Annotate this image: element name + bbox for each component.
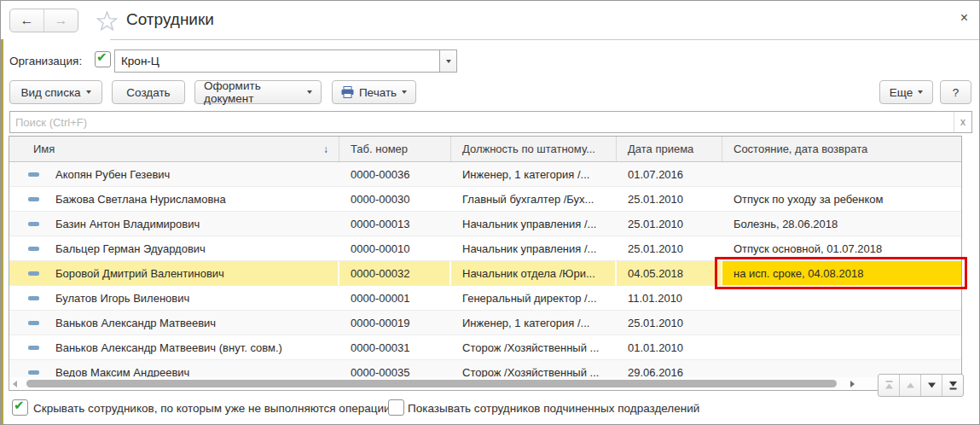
help-button[interactable]: ? bbox=[940, 80, 971, 104]
column-header[interactable]: Имя↓ bbox=[9, 137, 339, 161]
employee-position-cell[interactable]: Инженер, 1 категория /... bbox=[451, 311, 617, 335]
employee-number-cell[interactable]: 0000-00001 bbox=[339, 286, 451, 310]
print-button[interactable]: Печать bbox=[332, 80, 416, 104]
make-document-button[interactable]: Оформить документ bbox=[194, 80, 322, 104]
employee-position-cell[interactable]: Главный бухгалтер /Бух... bbox=[451, 187, 617, 211]
go-first-button[interactable] bbox=[879, 375, 899, 396]
employee-icon bbox=[28, 346, 39, 350]
scrollbar-thumb[interactable] bbox=[26, 380, 837, 387]
employee-position-cell[interactable]: Инженер, 1 категория /... bbox=[451, 162, 617, 186]
scroll-right-icon[interactable] bbox=[850, 381, 855, 387]
table-header-row: Имя↓Таб. номерДолжность по штатному...Да… bbox=[9, 137, 961, 162]
hire-date-cell[interactable]: 11.01.2010 bbox=[617, 286, 722, 310]
employee-name-cell[interactable]: Бажова Светлана Нурисламовна bbox=[9, 187, 339, 211]
scroll-left-icon[interactable] bbox=[13, 381, 17, 387]
employee-icon bbox=[28, 370, 39, 375]
employee-name-cell[interactable]: Боровой Дмитрий Валентинович bbox=[9, 261, 339, 285]
column-header[interactable]: Должность по штатному... bbox=[451, 137, 617, 161]
hire-date-cell[interactable]: 04.05.2018 bbox=[617, 261, 722, 285]
column-header-label: Дата приема bbox=[628, 143, 693, 155]
close-icon[interactable]: × bbox=[960, 11, 968, 25]
employee-name-cell[interactable]: Базин Антон Владимирович bbox=[9, 212, 339, 236]
help-label: ? bbox=[953, 86, 960, 99]
status-cell[interactable]: Отпуск основной, 01.07.2018 bbox=[722, 236, 961, 260]
employee-position-cell[interactable]: Сторож /Хозяйственный ... bbox=[451, 335, 617, 359]
search-bar: x bbox=[9, 111, 972, 133]
organization-checkbox[interactable]: ✔ bbox=[95, 51, 111, 67]
previous-row-button[interactable] bbox=[899, 375, 920, 396]
employee-icon bbox=[28, 197, 39, 201]
view-list-button[interactable]: Вид списка bbox=[9, 80, 102, 104]
create-label: Создать bbox=[126, 86, 170, 99]
column-header[interactable]: Состояние, дата возврата bbox=[722, 137, 961, 161]
sort-desc-icon[interactable]: ↓ bbox=[323, 143, 328, 155]
table-row[interactable]: Бальцер Герман Эдуардович0000-00010Начал… bbox=[9, 236, 961, 261]
favorites-star-icon[interactable] bbox=[96, 11, 118, 35]
organization-dropdown-button[interactable] bbox=[439, 50, 456, 72]
employee-position-cell[interactable]: Начальник отдела /Юри... bbox=[451, 261, 617, 285]
employee-name-cell[interactable]: Бальцер Герман Эдуардович bbox=[9, 236, 339, 260]
back-button[interactable]: ← bbox=[10, 9, 43, 32]
chevron-down-icon bbox=[86, 90, 91, 94]
organization-input[interactable] bbox=[115, 50, 439, 72]
search-clear-icon[interactable]: x bbox=[954, 112, 971, 132]
column-header[interactable]: Дата приема bbox=[617, 137, 722, 161]
employee-name-cell[interactable]: Ваньков Александр Матвеевич (внут. совм.… bbox=[9, 335, 339, 359]
table-row[interactable]: Булатов Игорь Виленович0000-00001Генерал… bbox=[9, 286, 961, 311]
hire-date-cell[interactable]: 29.06.2016 bbox=[617, 360, 722, 377]
table-row[interactable]: Ваньков Александр Матвеевич (внут. совм.… bbox=[9, 335, 961, 360]
column-header[interactable]: Таб. номер bbox=[339, 137, 451, 161]
hide-employees-checkbox[interactable]: ✔ bbox=[12, 399, 28, 416]
more-button[interactable]: Еще bbox=[879, 80, 933, 104]
organization-field-wrap bbox=[114, 49, 457, 73]
table-row[interactable]: Ведов Максим Андреевич0000-00035Сторож /… bbox=[9, 360, 961, 377]
go-last-button[interactable] bbox=[942, 375, 963, 396]
column-header-label: Таб. номер bbox=[351, 143, 408, 155]
status-cell[interactable] bbox=[722, 162, 961, 186]
employee-number-cell[interactable]: 0000-00035 bbox=[339, 360, 451, 377]
next-row-button[interactable] bbox=[920, 375, 942, 396]
employee-name-cell[interactable]: Ваньков Александр Матвеевич bbox=[9, 311, 339, 335]
chevron-down-icon bbox=[307, 90, 312, 94]
employee-number-cell[interactable]: 0000-00019 bbox=[339, 311, 451, 335]
search-input[interactable] bbox=[10, 112, 954, 132]
status-cell[interactable]: Отпуск по уходу за ребенком bbox=[722, 187, 961, 211]
hire-date-cell[interactable]: 25.01.2010 bbox=[617, 311, 722, 335]
horizontal-scrollbar[interactable] bbox=[9, 377, 961, 390]
hire-date-cell[interactable]: 01.07.2016 bbox=[617, 162, 722, 186]
status-cell[interactable] bbox=[722, 311, 961, 335]
status-cell[interactable] bbox=[722, 286, 961, 310]
status-cell[interactable]: Болезнь, 28.06.2018 bbox=[722, 212, 961, 236]
employee-number-cell[interactable]: 0000-00032 bbox=[339, 261, 451, 285]
header-separator bbox=[110, 39, 979, 40]
hire-date-cell[interactable]: 25.01.2010 bbox=[617, 212, 722, 236]
hire-date-cell[interactable]: 25.01.2010 bbox=[617, 187, 722, 211]
employee-name-cell[interactable]: Булатов Игорь Виленович bbox=[9, 286, 339, 310]
employee-number-cell[interactable]: 0000-00031 bbox=[339, 335, 451, 359]
table-row[interactable]: Базин Антон Владимирович0000-00013Началь… bbox=[9, 212, 961, 236]
employee-number-cell[interactable]: 0000-00013 bbox=[339, 212, 451, 236]
table-row[interactable]: Акопян Рубен Гезевич0000-00036Инженер, 1… bbox=[9, 162, 961, 187]
employee-number-cell[interactable]: 0000-00030 bbox=[339, 187, 451, 211]
status-cell[interactable]: на исп. сроке, 04.08.2018 bbox=[722, 261, 961, 285]
create-button[interactable]: Создать bbox=[112, 80, 185, 104]
forward-button[interactable]: → bbox=[43, 9, 78, 32]
hire-date-cell[interactable]: 01.01.2010 bbox=[617, 335, 722, 359]
employee-position-cell[interactable]: Сторож /Хозяйственный ... bbox=[451, 360, 617, 377]
employee-name-label: Боровой Дмитрий Валентинович bbox=[55, 267, 224, 280]
table-row[interactable]: Ваньков Александр Матвеевич0000-00019Инж… bbox=[9, 311, 961, 335]
table-row[interactable]: Боровой Дмитрий Валентинович0000-00032На… bbox=[9, 261, 961, 286]
table-row[interactable]: Бажова Светлана Нурисламовна0000-00030Гл… bbox=[9, 187, 961, 212]
employee-number-cell[interactable]: 0000-00036 bbox=[339, 162, 451, 186]
show-subordinate-checkbox[interactable] bbox=[388, 399, 404, 416]
hire-date-cell[interactable]: 25.01.2010 bbox=[617, 236, 722, 260]
employee-number-cell[interactable]: 0000-00010 bbox=[339, 236, 451, 260]
show-subordinate-label[interactable]: Показывать сотрудников подчиненных подра… bbox=[408, 402, 699, 415]
employee-name-cell[interactable]: Акопян Рубен Гезевич bbox=[9, 162, 339, 186]
employee-position-cell[interactable]: Начальник управления /... bbox=[451, 236, 617, 260]
employee-name-cell[interactable]: Ведов Максим Андреевич bbox=[9, 360, 339, 377]
employee-position-cell[interactable]: Начальник управления /... bbox=[451, 212, 617, 236]
hide-employees-label[interactable]: Скрывать сотрудников, по которым уже не … bbox=[33, 402, 391, 415]
employee-position-cell[interactable]: Генеральный директор /... bbox=[451, 286, 617, 310]
status-cell[interactable] bbox=[722, 335, 961, 359]
